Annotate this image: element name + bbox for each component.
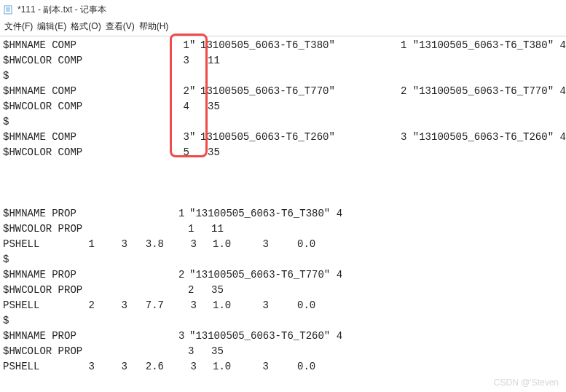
hmname-prop-label: $HMNAME PROP <box>3 329 76 344</box>
pshell-e: 1.0 <box>213 237 231 252</box>
hmname-prop-label: $HMNAME PROP <box>3 267 76 283</box>
pshell-a: 3 <box>80 359 95 375</box>
comp-num: 3 <box>175 130 189 145</box>
menu-help[interactable]: 帮助(H) <box>139 20 169 33</box>
text-line: $HMNAME COMP 3 " 13100505_6063-T6_T260" … <box>0 130 566 145</box>
notepad-icon <box>3 4 15 15</box>
text-line: PSHELL 2 3 7.7 3 1.0 3 0.0 <box>0 298 566 313</box>
pshell-c: 3.8 <box>142 237 164 252</box>
pshell-d: 3 <box>186 298 197 313</box>
pshell-b: 3 <box>113 298 127 313</box>
pshell-e: 1.0 <box>213 359 231 375</box>
text-line: $HWCOLOR PROP 2 35 <box>0 283 566 298</box>
pshell-label: PSHELL <box>3 298 39 313</box>
prop-hw-b: 11 <box>211 222 224 237</box>
blank-line <box>0 176 566 191</box>
comp-num: 2 <box>175 84 189 99</box>
window-title: *111 - 副本.txt - 记事本 <box>17 4 106 16</box>
hwcolor-num: 4 <box>175 99 189 114</box>
pshell-d: 3 <box>186 237 197 252</box>
text-line: $HMNAME PROP 2 "13100505_6063-T6_T770" 4 <box>0 267 566 283</box>
blank-line <box>0 191 566 206</box>
pshell-b: 3 <box>113 237 127 252</box>
hmname-label: $HMNAME COMP <box>3 130 76 145</box>
text-line: $HWCOLOR PROP 1 11 <box>0 222 566 237</box>
text-line: $ <box>0 114 566 130</box>
menu-view[interactable]: 查看(V) <box>106 20 135 33</box>
hwcolor-prop-label: $HWCOLOR PROP <box>3 344 82 359</box>
hwcolor-prop-label: $HWCOLOR PROP <box>3 283 82 298</box>
pshell-f: 3 <box>259 298 269 313</box>
menu-format[interactable]: 格式(O) <box>71 20 101 33</box>
text-line: $HWCOLOR COMP 3 11 <box>0 53 566 68</box>
text-line: $HMNAME PROP 1 "13100505_6063-T6_T380" 4 <box>0 206 566 222</box>
comp-right: 2 "13100505_6063-T6_T770" 4 <box>401 84 566 99</box>
text-line: $HMNAME COMP 1 " 13100505_6063-T6_T380" … <box>0 38 566 53</box>
dollar: $ <box>3 68 9 84</box>
pshell-f: 3 <box>259 237 269 252</box>
hwcolor-val: 35 <box>208 99 220 114</box>
quote: " <box>189 84 195 99</box>
text-line: $ <box>0 313 566 329</box>
blank-line <box>0 160 566 176</box>
text-line: $ <box>0 68 566 84</box>
hwcolor-val: 35 <box>208 145 220 160</box>
text-area[interactable]: $HMNAME COMP 1 " 13100505_6063-T6_T380" … <box>0 36 566 375</box>
text-line: $HMNAME PROP 3 "13100505_6063-T6_T260" 4 <box>0 329 566 344</box>
hwcolor-prop-label: $HWCOLOR PROP <box>3 222 82 237</box>
text-line: $ <box>0 252 566 267</box>
hwcolor-num: 3 <box>175 53 189 68</box>
pshell-label: PSHELL <box>3 237 39 252</box>
hwcolor-label: $HWCOLOR COMP <box>3 145 82 160</box>
comp-right: 1 "13100505_6063-T6_T380" 4 <box>401 38 566 53</box>
prop-hw-a: 2 <box>188 283 194 298</box>
pshell-c: 2.6 <box>142 359 164 375</box>
prop-string: "13100505_6063-T6_T770" 4 <box>189 267 342 283</box>
comp-string: 13100505_6063-T6_T260" <box>200 130 335 145</box>
text-line: $HWCOLOR PROP 3 35 <box>0 344 566 359</box>
pshell-d: 3 <box>186 359 197 375</box>
prop-hw-b: 35 <box>211 283 224 298</box>
text-line: $HMNAME COMP 2 " 13100505_6063-T6_T770" … <box>0 84 566 99</box>
comp-string: 13100505_6063-T6_T380" <box>200 38 335 53</box>
hwcolor-label: $HWCOLOR COMP <box>3 99 82 114</box>
dollar: $ <box>3 313 9 329</box>
prop-hw-a: 1 <box>188 222 194 237</box>
text-line: PSHELL 1 3 3.8 3 1.0 3 0.0 <box>0 237 566 252</box>
text-line: $HWCOLOR COMP 5 35 <box>0 145 566 160</box>
hwcolor-val: 11 <box>208 53 220 68</box>
prop-string: "13100505_6063-T6_T380" 4 <box>189 206 342 222</box>
prop-hw-b: 35 <box>211 344 224 359</box>
hwcolor-label: $HWCOLOR COMP <box>3 53 82 68</box>
pshell-label: PSHELL <box>3 359 39 375</box>
menubar: 文件(F) 编辑(E) 格式(O) 查看(V) 帮助(H) <box>0 19 566 36</box>
menu-edit[interactable]: 编辑(E) <box>37 20 66 33</box>
pshell-g: 0.0 <box>297 298 315 313</box>
text-line: PSHELL 3 3 2.6 3 1.0 3 0.0 <box>0 359 566 375</box>
hmname-prop-label: $HMNAME PROP <box>3 206 76 222</box>
hmname-label: $HMNAME COMP <box>3 38 76 53</box>
text-line: $HWCOLOR COMP 4 35 <box>0 99 566 114</box>
pshell-a: 1 <box>80 237 95 252</box>
comp-right: 3 "13100505_6063-T6_T260" 4 <box>401 130 566 145</box>
titlebar: *111 - 副本.txt - 记事本 <box>0 0 566 19</box>
pshell-f: 3 <box>259 359 269 375</box>
quote: " <box>189 130 195 145</box>
menu-file[interactable]: 文件(F) <box>4 20 33 33</box>
prop-hw-a: 3 <box>188 344 194 359</box>
pshell-e: 1.0 <box>213 298 231 313</box>
pshell-c: 7.7 <box>142 298 164 313</box>
watermark: CSDN @'Steven <box>494 377 559 388</box>
pshell-b: 3 <box>113 359 127 375</box>
dollar: $ <box>3 114 9 130</box>
dollar: $ <box>3 252 9 267</box>
pshell-g: 0.0 <box>297 359 315 375</box>
prop-string: "13100505_6063-T6_T260" 4 <box>189 329 342 344</box>
pshell-g: 0.0 <box>297 237 315 252</box>
pshell-a: 2 <box>80 298 95 313</box>
hmname-label: $HMNAME COMP <box>3 84 76 99</box>
comp-num: 1 <box>175 38 189 53</box>
hwcolor-num: 5 <box>175 145 189 160</box>
quote: " <box>189 38 195 53</box>
comp-string: 13100505_6063-T6_T770" <box>200 84 335 99</box>
